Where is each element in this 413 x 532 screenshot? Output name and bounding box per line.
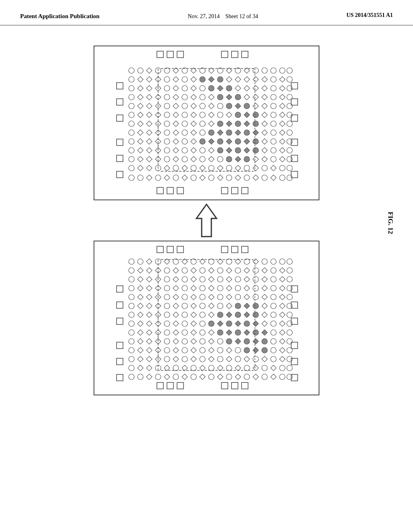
svg-rect-0 [157,51,163,58]
svg-rect-41 [177,382,184,389]
svg-rect-10 [232,187,238,194]
svg-rect-40 [167,382,173,389]
svg-rect-34 [167,246,173,253]
svg-rect-13 [117,99,123,105]
publication-text: Patent Application Publication [20,13,100,19]
svg-rect-43 [232,382,238,389]
svg-rect-42 [221,382,228,389]
svg-rect-14 [117,115,123,121]
publication-label: Patent Application Publication [20,12,100,21]
svg-rect-11 [242,187,248,194]
upward-arrow [94,200,319,241]
bottom-diagram-panel [94,241,319,395]
bottom-diagram-svg [94,241,320,395]
svg-rect-4 [232,51,238,58]
svg-rect-38 [242,246,248,253]
svg-rect-48 [117,342,123,349]
figure-label: FIG. 12 [386,212,394,235]
svg-rect-36 [221,246,228,253]
svg-rect-44 [242,382,248,389]
svg-rect-19 [291,99,298,105]
svg-rect-8 [177,187,184,194]
svg-rect-2 [177,51,184,58]
svg-rect-1 [167,51,173,58]
svg-rect-9 [221,187,228,194]
patent-number: US 2014/351551 A1 [346,12,393,19]
svg-rect-39 [157,382,163,389]
svg-rect-50 [117,374,123,381]
svg-rect-7 [167,187,173,194]
svg-rect-33 [157,246,163,253]
svg-rect-16 [117,155,123,162]
svg-rect-46 [117,302,123,308]
fig-label-text: FIG. 12 [387,212,394,235]
sheet-info: Nov. 27, 2014 Sheet 12 of 34 [188,12,258,21]
svg-rect-54 [291,342,298,349]
svg-rect-35 [177,246,184,253]
patent-number-text: US 2014/351551 A1 [346,12,393,18]
svg-rect-45 [117,286,123,292]
svg-rect-5 [242,51,248,58]
svg-rect-37 [232,246,238,253]
svg-rect-15 [117,139,123,145]
svg-rect-3 [221,51,228,58]
sheet-number: Sheet 12 of 34 [225,13,258,19]
publication-date: Nov. 27, 2014 [188,13,220,19]
arrow-svg [190,202,223,239]
svg-rect-12 [117,83,123,89]
svg-rect-6 [157,187,163,194]
svg-marker-32 [196,204,217,237]
page-header: Patent Application Publication Nov. 27, … [0,0,413,25]
svg-rect-49 [117,358,123,365]
svg-rect-17 [117,171,123,178]
svg-rect-47 [117,318,123,324]
top-diagram-panel: // This won't execute inside SVG in this… [94,46,319,200]
top-diagram-svg: // This won't execute inside SVG in this… [94,46,320,200]
main-content: FIG. 12 [0,25,413,403]
